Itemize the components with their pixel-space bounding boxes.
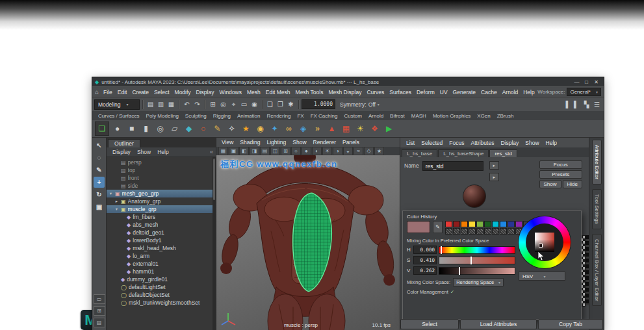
isolate-select-icon[interactable]: ★: [374, 147, 384, 155]
toggle-channel-box-icon[interactable]: ▚: [582, 99, 591, 109]
select-camera-icon[interactable]: ▦: [218, 147, 228, 155]
menubar-item[interactable]: Generate: [450, 89, 478, 95]
presets-button[interactable]: Presets: [539, 170, 582, 179]
toggle-attribute-editor-icon[interactable]: ▐: [561, 99, 571, 109]
viewport-canvas[interactable]: 福利CG www.qqnexfb.cn muscle : persp 10.1 …: [216, 155, 400, 330]
chain-constraint-icon[interactable]: ∞: [283, 123, 295, 135]
bottom-button[interactable]: Select: [400, 319, 459, 329]
palette-swatch[interactable]: [476, 221, 483, 227]
multi-pane-icon[interactable]: ⊞: [281, 147, 290, 155]
palette-swatch[interactable]: [445, 221, 452, 227]
palette-empty-swatch[interactable]: [461, 228, 468, 235]
numeric-input-field[interactable]: 1.0000: [302, 99, 335, 109]
slider-value-field[interactable]: 0.262: [413, 266, 437, 275]
render-frame-icon[interactable]: ❑: [265, 99, 275, 109]
outliner-item[interactable]: ◆ deltoid_geo1: [107, 229, 216, 236]
menubar-item[interactable]: Mesh Display: [326, 89, 364, 95]
slider-handle[interactable]: [470, 257, 472, 264]
menubar-item[interactable]: Curves: [364, 89, 387, 95]
snap-curve-icon[interactable]: ◎: [218, 99, 228, 109]
focus-button[interactable]: Focus: [539, 160, 582, 169]
panel-menu-item[interactable]: Display: [497, 140, 522, 146]
palette-empty-swatch[interactable]: [492, 228, 499, 235]
image-plane-icon[interactable]: ▤: [260, 147, 270, 155]
outliner-item[interactable]: ◆ dummy_girdle01: [107, 275, 216, 283]
show-button[interactable]: Show: [539, 180, 561, 188]
slider-track[interactable]: [439, 246, 515, 254]
poly-cylinder-icon[interactable]: ▮: [140, 123, 152, 135]
color-management-link[interactable]: Color Management: [407, 289, 448, 295]
nurbs-circle-icon[interactable]: ○: [197, 123, 209, 135]
outliner-item[interactable]: ▾ ▣ muscle_grp: [107, 205, 216, 213]
shelf-tab[interactable]: ZBrush: [494, 112, 517, 120]
lattice-icon[interactable]: ▦: [340, 123, 352, 135]
textured-icon[interactable]: ◐: [312, 147, 322, 155]
expand-caret-icon[interactable]: ▾: [114, 207, 119, 212]
home-icon[interactable]: ⌂: [95, 88, 99, 95]
ramp-handles[interactable]: [586, 235, 589, 305]
outliner-item[interactable]: ◯ defaultLightSet: [107, 283, 216, 291]
map-button-icon[interactable]: ▸: [489, 161, 499, 170]
bottom-button[interactable]: Load Attributes: [460, 319, 537, 329]
snap-plane-icon[interactable]: ▭: [239, 99, 249, 109]
shelf-tab[interactable]: FX Caching: [307, 112, 341, 120]
xray-icon[interactable]: ◇: [364, 147, 374, 155]
menubar-item[interactable]: Create: [129, 89, 151, 95]
ik-handle-icon[interactable]: ★: [240, 123, 252, 135]
wireframe-icon[interactable]: ○: [291, 147, 301, 155]
palette-empty-swatch[interactable]: [484, 228, 491, 235]
menubar-item[interactable]: Surfaces: [387, 89, 414, 95]
outliner-item[interactable]: ◆ mskl_head_Mesh: [107, 244, 216, 252]
hide-button[interactable]: Hide: [563, 180, 582, 188]
use-lights-icon[interactable]: ☀: [322, 147, 332, 155]
side-panel-tab[interactable]: Attribute Editor: [592, 140, 602, 184]
eyedropper-icon[interactable]: ✎: [433, 221, 443, 233]
shelf-tab[interactable]: XGen: [474, 112, 493, 120]
shelf-tab[interactable]: FX: [294, 112, 307, 120]
modeling-toolkit-icon[interactable]: ❏: [95, 121, 109, 136]
menubar-item[interactable]: Help: [521, 89, 537, 95]
attribute-editor-tab[interactable]: res_std: [489, 149, 517, 157]
move-tool[interactable]: +: [94, 177, 105, 188]
layout-single-pane-icon[interactable]: ▭: [94, 294, 105, 304]
menubar-item[interactable]: Display: [194, 89, 217, 95]
toggle-tool-settings-icon[interactable]: ▌: [571, 99, 581, 109]
close-button[interactable]: ✕: [591, 79, 601, 85]
workspace-dropdown[interactable]: General*▾: [567, 88, 601, 96]
menubar-item[interactable]: Arnold: [500, 89, 521, 95]
palette-swatch[interactable]: [492, 221, 499, 227]
redo-icon[interactable]: ↷: [192, 99, 202, 109]
panel-menu-item[interactable]: Shading: [237, 139, 263, 146]
panel-menu-item[interactable]: Lighting: [263, 139, 289, 146]
panel-menu-item[interactable]: Display: [109, 149, 134, 155]
ipr-render-icon[interactable]: ❒: [276, 99, 285, 109]
outliner-item[interactable]: ◆ lowerBody1: [107, 236, 216, 244]
material-swatch[interactable]: [463, 184, 486, 208]
new-scene-icon[interactable]: ▤: [146, 99, 155, 109]
lock-camera-icon[interactable]: ▣: [229, 147, 238, 155]
joint-icon[interactable]: ◉: [254, 123, 266, 135]
shelf-tab[interactable]: Curves / Surfaces: [95, 112, 143, 120]
slider-track[interactable]: [439, 257, 515, 264]
outliner-item[interactable]: ▤ side: [107, 182, 216, 190]
color-wheel[interactable]: [519, 216, 571, 268]
panel-menu-item[interactable]: Panels: [339, 139, 363, 146]
poly-torus-icon[interactable]: ◎: [154, 123, 166, 135]
lasso-select-tool[interactable]: ◌: [94, 152, 105, 163]
snap-point-icon[interactable]: ⌖: [229, 99, 238, 109]
shelf-tab[interactable]: Rigging: [210, 112, 234, 120]
motion-blur-icon[interactable]: ≈: [354, 147, 363, 155]
parent-constraint-icon[interactable]: ◈: [297, 123, 309, 135]
palette-swatch[interactable]: [453, 221, 460, 227]
panel-menu-item[interactable]: Show: [522, 140, 542, 146]
panel-menu-item[interactable]: Attributes: [467, 140, 497, 146]
panel-menu-item[interactable]: Renderer: [310, 139, 339, 146]
outliner-item[interactable]: ▸ ▣ Anatomy_grp: [107, 197, 216, 205]
panel-menu-item[interactable]: Show: [289, 139, 309, 146]
outliner-item[interactable]: ▤ top: [107, 166, 216, 174]
snap-grid-icon[interactable]: ⊞: [208, 99, 218, 109]
orient-arrows-icon[interactable]: »: [311, 123, 324, 135]
panel-menu-item[interactable]: Focus: [446, 140, 467, 146]
render-settings-icon[interactable]: ✱: [286, 99, 296, 109]
make-live-icon[interactable]: ◉: [250, 99, 259, 109]
